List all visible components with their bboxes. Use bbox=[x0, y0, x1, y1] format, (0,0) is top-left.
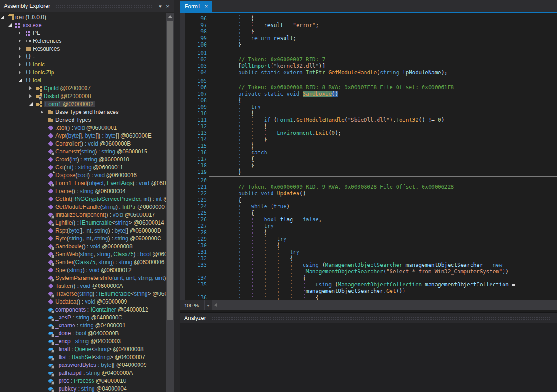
code-line[interactable]: 123 { bbox=[180, 197, 557, 203]
code-line[interactable]: managementObjectSearcher.Get()) bbox=[180, 288, 557, 294]
tree-row[interactable]: _proc : Process @04000010 bbox=[0, 377, 166, 385]
code-line[interactable]: 99 return result; bbox=[180, 35, 557, 41]
code-line[interactable]: 104 public static extern IntPtr GetModul… bbox=[180, 69, 557, 76]
expander-closed-icon[interactable] bbox=[19, 39, 25, 43]
code-line[interactable]: 126 bool flag = false; bbox=[180, 216, 557, 223]
code-line[interactable]: 127 try bbox=[180, 223, 557, 229]
expander-open-icon[interactable] bbox=[8, 23, 14, 27]
tree-row[interactable]: References bbox=[0, 37, 166, 45]
zoom-dropdown-icon[interactable]: ▾ bbox=[205, 300, 212, 310]
expander-open-icon[interactable] bbox=[1, 15, 7, 19]
code-line[interactable]: 102 // Token: 0x06000007 RID: 7 bbox=[180, 56, 557, 63]
code-line[interactable]: 136 { bbox=[180, 294, 557, 300]
code-line[interactable]: 107 private static void Sandboxie() bbox=[180, 91, 557, 97]
code-line[interactable]: 132 { bbox=[180, 255, 557, 262]
code-line[interactable]: 115 } bbox=[180, 143, 557, 149]
expander-closed-icon[interactable] bbox=[41, 110, 47, 114]
code-line[interactable]: 122 public void Updatea() bbox=[180, 190, 557, 197]
tree-row[interactable]: _encp : string @04000003 bbox=[0, 337, 166, 345]
tree-scrollbar[interactable] bbox=[166, 13, 174, 392]
tree-row[interactable]: Rspt(byte[], int, string) : byte[] @0600… bbox=[0, 226, 166, 234]
code-line[interactable]: 97 result = "error"; bbox=[180, 22, 557, 28]
tree-row[interactable]: _pubkey : string @04000004 bbox=[0, 385, 166, 392]
tree-row[interactable]: GetInt(RNGCryptoServiceProvider, int) : … bbox=[0, 195, 166, 203]
tree-row[interactable]: Tasker() : void @0600000A bbox=[0, 282, 166, 290]
tree-row[interactable]: .ctor() : void @06000001 bbox=[0, 124, 166, 132]
tree-row[interactable]: _finall : Queue<string> @04000008 bbox=[0, 345, 166, 353]
tree-row[interactable]: iosi.exe bbox=[0, 21, 166, 29]
code-line[interactable]: 98 } bbox=[180, 28, 557, 35]
code-line[interactable]: 110 { bbox=[180, 110, 557, 117]
tree-row[interactable]: Aypt(byte[], byte[]) : byte[] @0600000E bbox=[0, 132, 166, 140]
tab-close-icon[interactable]: × bbox=[205, 4, 208, 9]
code-line[interactable]: 106 // Token: 0x06000008 RID: 8 RVA: 0x0… bbox=[180, 84, 557, 91]
code-line[interactable]: 96 { bbox=[180, 15, 557, 22]
code-line[interactable]: 128 { bbox=[180, 229, 557, 236]
tree-row[interactable]: SystemParametersInfo(uint, uint, string,… bbox=[0, 274, 166, 282]
tree-row[interactable]: Form1_Load(object, EventArgs) : void @06… bbox=[0, 179, 166, 187]
tree-row[interactable]: _flist : HashSet<string> @04000007 bbox=[0, 353, 166, 361]
code-line[interactable]: 114 } bbox=[180, 136, 557, 143]
tree-row[interactable]: _cname : string @04000001 bbox=[0, 321, 166, 329]
expander-closed-icon[interactable] bbox=[19, 63, 25, 66]
tree-row[interactable]: Resources bbox=[0, 45, 166, 53]
tree-row[interactable]: _passwordBytes : byte[] @04000009 bbox=[0, 361, 166, 369]
code-line[interactable]: 134 { bbox=[180, 275, 557, 281]
code-line[interactable]: 135 using (ManagementObjectCollection ma… bbox=[180, 281, 557, 288]
panel-close-icon[interactable]: × bbox=[164, 3, 172, 10]
code-line[interactable]: 130 { bbox=[180, 242, 557, 249]
tree-row[interactable]: _pathappd : string @0400000A bbox=[0, 369, 166, 377]
panel-splitter[interactable] bbox=[174, 0, 180, 392]
code-line[interactable]: 100 } bbox=[180, 41, 557, 48]
code-line[interactable]: 109 try bbox=[180, 104, 557, 110]
code-line[interactable]: 119 } bbox=[180, 169, 557, 175]
tree-row[interactable]: Base Type and Interfaces bbox=[0, 108, 166, 116]
tree-row[interactable]: Updatea() : void @06000009 bbox=[0, 298, 166, 306]
tree-row[interactable]: Ionic.Zip bbox=[0, 68, 166, 76]
code-line[interactable]: 118 } bbox=[180, 162, 557, 169]
expander-open-icon[interactable] bbox=[29, 102, 35, 106]
horizontal-scrollbar[interactable] bbox=[212, 300, 557, 310]
code-line[interactable]: ManagementObjectSearcher("Select * from … bbox=[180, 268, 557, 275]
tree-row[interactable]: iosi (1.0.0.0) bbox=[0, 13, 166, 21]
tree-row[interactable]: Sender(Class75, string) : string @060000… bbox=[0, 258, 166, 266]
tree-row[interactable]: Diskid @02000008 bbox=[0, 92, 166, 100]
tree-row[interactable]: CpuId @02000007 bbox=[0, 84, 166, 92]
tree-row[interactable]: Sper(string) : void @06000012 bbox=[0, 266, 166, 274]
tree-row[interactable]: - bbox=[0, 53, 166, 60]
expander-closed-icon[interactable] bbox=[29, 86, 35, 90]
tree-scrollbar-thumb[interactable] bbox=[167, 21, 173, 320]
tree-row[interactable]: _aesP : string @0400000C bbox=[0, 313, 166, 321]
tree-row[interactable]: Ryte(string, int, string) : string @0600… bbox=[0, 234, 166, 242]
tree-row[interactable]: Derived Types bbox=[0, 116, 166, 124]
tree-row[interactable]: Converstr(string) : string @06000015 bbox=[0, 147, 166, 155]
tree-row[interactable]: iosi bbox=[0, 76, 166, 84]
panel-menu-icon[interactable]: ▾ bbox=[157, 3, 164, 9]
code-line[interactable]: 105 bbox=[180, 78, 557, 84]
scroll-up-icon[interactable] bbox=[168, 15, 172, 18]
code-line[interactable]: 131 try bbox=[180, 249, 557, 255]
tree-row[interactable]: PE bbox=[0, 29, 166, 37]
tree-row[interactable]: Frame() : string @06000004 bbox=[0, 187, 166, 195]
code-line[interactable]: 125 { bbox=[180, 210, 557, 216]
expander-closed-icon[interactable] bbox=[19, 47, 25, 51]
tree-row[interactable]: components : IContainer @04000012 bbox=[0, 306, 166, 313]
tree-row[interactable]: _done : bool @0400000B bbox=[0, 329, 166, 337]
tree-row[interactable]: Lghfile() : IEnumerable<string> @0600001… bbox=[0, 219, 166, 226]
tree-row[interactable]: InitializeComponent() : void @06000017 bbox=[0, 211, 166, 219]
code-line[interactable]: 129 try bbox=[180, 236, 557, 242]
expander-closed-icon[interactable] bbox=[29, 94, 35, 98]
code-editor[interactable]: 96 {97 result = "error";98 }99 return re… bbox=[180, 13, 557, 300]
code-line[interactable]: 112 { bbox=[180, 123, 557, 130]
expander-closed-icon[interactable] bbox=[19, 71, 25, 74]
tree-row[interactable]: Dispose(bool) : void @06000016 bbox=[0, 171, 166, 179]
code-line[interactable]: 116 catch bbox=[180, 149, 557, 156]
tree-row[interactable]: Traverse(string) : IEnumerable<string> @… bbox=[0, 290, 166, 298]
tree-row[interactable]: Controller() : void @0600000B bbox=[0, 140, 166, 147]
code-line[interactable]: 101 bbox=[180, 50, 557, 56]
expander-open-icon[interactable] bbox=[19, 79, 25, 82]
tree-row[interactable]: SemWeb(string, string, Class75) : bool @… bbox=[0, 250, 166, 258]
code-line[interactable]: 103 [DllImport("kernel32.dll")] bbox=[180, 63, 557, 69]
code-line[interactable]: 111 if (Form1.GetModuleHandle("SbieDll.d… bbox=[180, 117, 557, 123]
code-line[interactable]: 124 while (true) bbox=[180, 203, 557, 210]
